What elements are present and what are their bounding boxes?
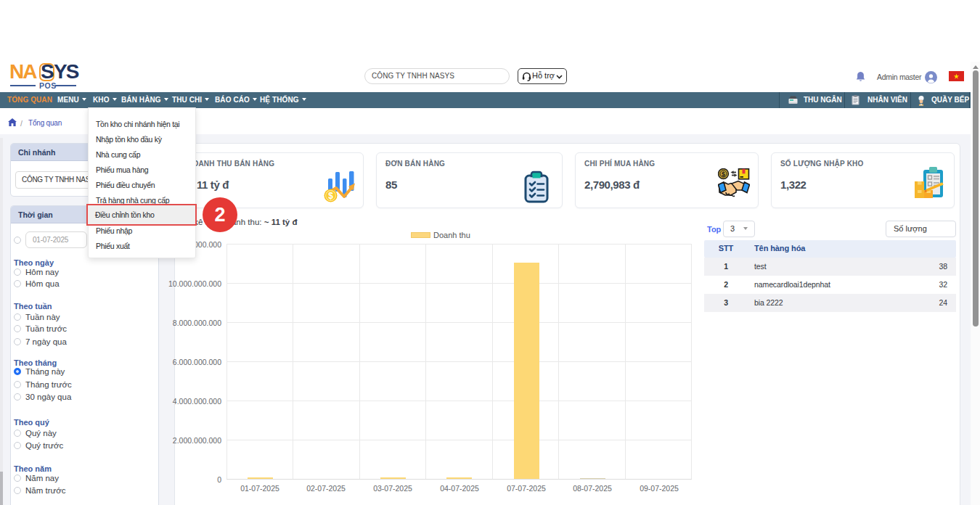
svg-text:$: $ (328, 191, 333, 201)
svg-text:$: $ (722, 171, 725, 178)
